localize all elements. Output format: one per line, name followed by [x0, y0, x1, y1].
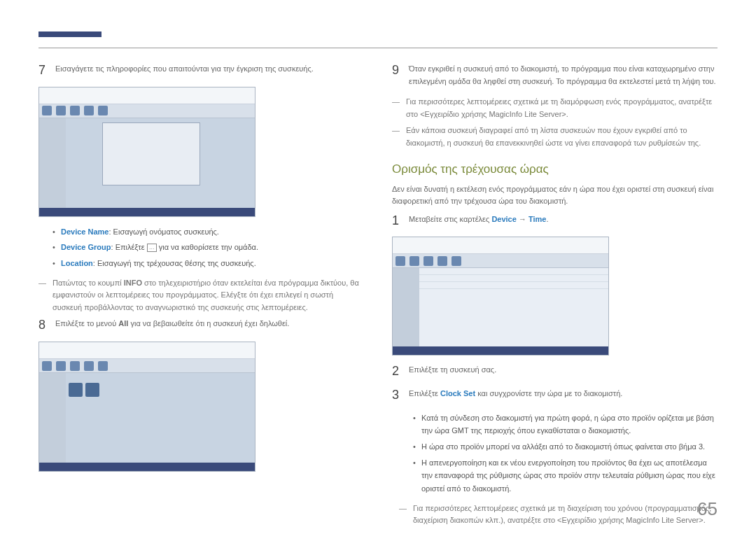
note: Για περισσότερες λεπτομέρειες σχετικά με…	[399, 503, 718, 527]
step-number: 2	[392, 364, 409, 379]
location-label: Location	[61, 259, 93, 267]
screenshot-all-menu	[38, 342, 255, 472]
arrow: →	[517, 215, 528, 223]
tab-time: Time	[528, 215, 546, 223]
info-note: Πατώντας το κουμπί INFO στο τηλεχειριστή…	[38, 277, 364, 314]
page-number: 65	[697, 498, 718, 520]
step-number: 9	[392, 63, 409, 87]
clock-set-label: Clock Set	[440, 389, 475, 398]
step-3: 3 Επιλέξτε Clock Set και συγχρονίστε την…	[392, 388, 718, 403]
header-rule	[38, 48, 718, 48]
text: και συγχρονίστε την ώρα με το διακομιστή…	[475, 389, 622, 398]
right-column: 9 Όταν εγκριθεί η συσκευή από το διακομι…	[392, 63, 718, 531]
step-1: 1 Μεταβείτε στις καρτέλες Device → Time.	[392, 213, 718, 229]
text: : Εισαγωγή ονόματος συσκευής.	[109, 227, 219, 236]
device-name-label: Device Name	[61, 227, 109, 236]
list-item: Η ώρα στο προϊόν μπορεί να αλλάξει από τ…	[413, 440, 718, 454]
list-item: Device Group: Επιλέξτε … για να καθορίσε…	[52, 241, 364, 254]
step-number: 3	[392, 388, 409, 403]
list-item: Device Name: Εισαγωγή ονόματος συσκευής.	[52, 225, 364, 239]
step-number: 7	[38, 63, 55, 78]
text: Μεταβείτε στις καρτέλες	[409, 215, 491, 223]
step-9: 9 Όταν εγκριθεί η συσκευή από το διακομι…	[392, 63, 718, 87]
text: Επιλέξτε	[409, 389, 440, 398]
step-text: Επιλέξτε τη συσκευή σας.	[409, 364, 718, 379]
device-group-label: Device Group	[61, 243, 111, 251]
text: Επιλέξτε το μενού	[55, 319, 118, 328]
note: Για περισσότερες λεπτομέρειες σχετικά με…	[392, 96, 718, 120]
step-number: 1	[392, 213, 409, 229]
text: .	[546, 215, 548, 223]
list-item: Η απενεργοποίηση και εκ νέου ενεργοποίησ…	[413, 456, 718, 496]
step-text: Επιλέξτε το μενού All για να βεβαιωθείτε…	[55, 318, 364, 333]
step-text: Εισαγάγετε τις πληροφορίες που απαιτούντ…	[55, 63, 364, 78]
step-7: 7 Εισαγάγετε τις πληροφορίες που απαιτού…	[38, 63, 364, 78]
left-column: 7 Εισαγάγετε τις πληροφορίες που απαιτού…	[38, 63, 364, 531]
screenshot-approve-dialog	[38, 87, 255, 217]
step-text: Επιλέξτε Clock Set και συγχρονίστε την ώ…	[409, 388, 718, 403]
section-intro: Δεν είναι δυνατή η εκτέλεση ενός προγράμ…	[392, 183, 718, 208]
text: για να καθορίσετε την ομάδα.	[157, 243, 258, 251]
list-item: Κατά τη σύνδεση στο διακομιστή για πρώτη…	[413, 412, 718, 437]
step-8: 8 Επιλέξτε το μενού All για να βεβαιωθεί…	[38, 318, 364, 333]
text: : Επιλέξτε	[111, 243, 147, 251]
header-accent-bar	[38, 31, 102, 37]
list-item: Location: Εισαγωγή της τρέχουσας θέσης τ…	[52, 257, 364, 270]
step-text: Όταν εγκριθεί η συσκευή από το διακομιστ…	[409, 63, 718, 87]
text: Πατώντας το κουμπί	[52, 279, 124, 287]
note: Εάν κάποια συσκευή διαγραφεί από τη λίστ…	[392, 125, 718, 149]
step-2: 2 Επιλέξτε τη συσκευή σας.	[392, 364, 718, 379]
all-menu-label: All	[118, 319, 128, 328]
two-column-layout: 7 Εισαγάγετε τις πληροφορίες που απαιτού…	[38, 63, 718, 531]
text: για να βεβαιωθείτε ότι η συσκευή έχει δη…	[128, 319, 289, 328]
tab-device: Device	[491, 215, 516, 223]
sub-bullet-list: Κατά τη σύνδεση στο διακομιστή για πρώτη…	[413, 412, 718, 496]
ellipsis-icon: …	[147, 244, 157, 252]
field-bullet-list: Device Name: Εισαγωγή ονόματος συσκευής.…	[52, 225, 364, 270]
section-title: Ορισμός της τρέχουσας ώρας	[392, 162, 718, 176]
step-number: 8	[38, 318, 55, 333]
screenshot-time-tab	[392, 237, 609, 356]
text: : Εισαγωγή της τρέχουσας θέσης της συσκε…	[93, 259, 256, 267]
info-key-label: INFO	[124, 279, 142, 287]
step-text: Μεταβείτε στις καρτέλες Device → Time.	[409, 213, 718, 229]
